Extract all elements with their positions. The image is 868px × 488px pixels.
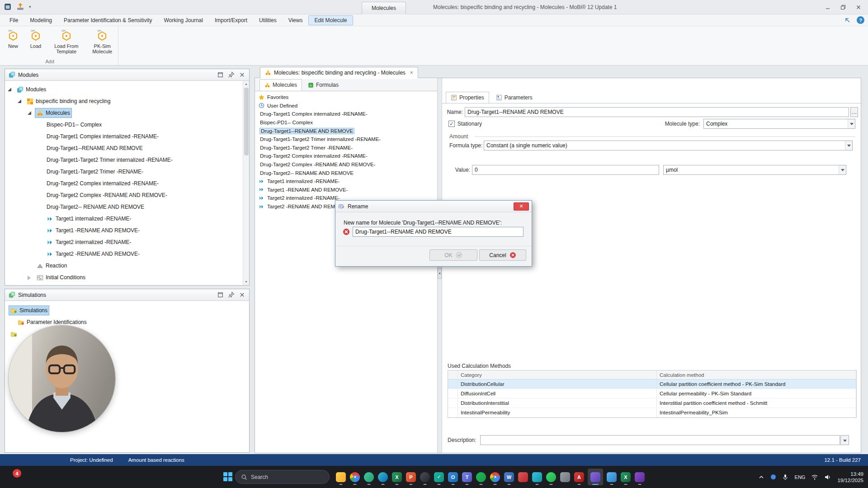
pin-icon[interactable] (228, 291, 235, 298)
taskbar-app-teams[interactable]: T (462, 469, 472, 485)
taskbar-app-screen-recorder[interactable] (588, 469, 603, 485)
description-expand-button[interactable] (840, 435, 849, 445)
ribbon-button-load-from-template[interactable]: OHLoad From Template (48, 28, 85, 55)
app-window-icon[interactable] (4, 3, 12, 11)
molecule-list-item-drug-target1-target2-trimer-internalized-rename[interactable]: Drug-Target1-Target2 Trimer internalized… (255, 135, 437, 144)
taskbar-app-excel[interactable]: X (392, 469, 402, 485)
tree-item-bispecific-binding-and-recycling[interactable]: bispecific binding and recycling (5, 95, 243, 107)
collapse-splitter-button[interactable] (438, 268, 442, 279)
ribbon-button-load[interactable]: OHLoad (25, 28, 46, 50)
molecule-list-item-user-defined[interactable]: User Defined (255, 102, 437, 110)
tab-molecules[interactable]: Molecules (259, 79, 302, 91)
tree-item-initial-conditions[interactable]: Initial Conditions (5, 272, 243, 283)
language-indicator[interactable]: ENG (795, 474, 806, 480)
tray-status-icon[interactable] (771, 474, 776, 479)
tree-item-modules[interactable]: Modules (5, 84, 243, 95)
menu-modeling[interactable]: Modeling (24, 15, 58, 25)
taskbar-app-chrome[interactable] (349, 469, 360, 485)
scroll-up-icon[interactable]: ▲ (243, 81, 250, 87)
molecule-type-select[interactable]: Complex (703, 119, 855, 129)
tree-item-drug-target2-complex-rename-and-remove[interactable]: Drug-Target2 Complex -RENAME AND REMOVE- (5, 189, 243, 201)
menu-working-journal[interactable]: Working Journal (158, 15, 208, 25)
ucm-row-distributioninterstitial[interactable]: DistributionInterstitialInterstitial par… (448, 399, 856, 408)
taskbar-app-purple-app[interactable] (634, 469, 645, 485)
tree-item-bispec-pd1-complex[interactable]: Bispec-PD1-- Complex (5, 119, 243, 131)
ucm-row-intestinalpermeability[interactable]: IntestinalPermeabilityIntestinalPermeabi… (448, 408, 856, 418)
tray-chevron-up-icon[interactable] (758, 474, 765, 481)
taskbar-app-file-explorer[interactable] (335, 469, 346, 485)
close-panel-icon[interactable] (239, 291, 245, 298)
close-panel-icon[interactable] (239, 71, 245, 78)
unit-select[interactable]: µmol (663, 165, 846, 175)
rename-input[interactable] (353, 227, 524, 237)
menu-views[interactable]: Views (283, 15, 309, 25)
taskbar-app-gray-app[interactable] (560, 469, 571, 485)
menu-file[interactable]: File (4, 15, 24, 25)
chevron-down-icon[interactable] (845, 141, 852, 150)
tree-item-drug-target1-target2-trimer-internalized-rename[interactable]: Drug-Target1-Target2 Trimer internalized… (5, 154, 243, 166)
help-icon[interactable]: ? (857, 16, 864, 24)
taskbar-app-todo-check[interactable]: ✓ (434, 469, 444, 485)
close-button[interactable] (851, 0, 866, 14)
ok-button[interactable]: OK (429, 249, 477, 261)
taskbar-app-outlook[interactable]: O (448, 469, 458, 485)
tree-item-reaction[interactable]: Reaction (5, 260, 243, 272)
molecule-list-item-drug-target2-complex-internalized-rename[interactable]: Drug-Target2 Complex internalized -RENAM… (255, 152, 437, 160)
taskbar-app-green-app[interactable] (363, 469, 374, 485)
name-field[interactable]: Drug-Target1--RENAME AND REMOVE (465, 107, 849, 117)
molecule-list-item-bispec-pd1-complex[interactable]: Bispec-PD1-- Complex (255, 118, 437, 127)
tree-item-target2-rename-and-remove[interactable]: Target2 -RENAME AND REMOVE- (5, 248, 243, 260)
molecule-list-item-drug-target2-rename-and-remove[interactable]: Drug-Target2-- RENAME AND REMOVE (255, 169, 437, 177)
ucm-category-header[interactable]: Category (458, 371, 657, 379)
popout-arrow-icon[interactable] (844, 17, 851, 24)
collapse-expander-icon[interactable] (18, 99, 21, 103)
taskbar-app-excel-2[interactable]: X (620, 469, 631, 485)
ucm-method-header[interactable]: Calculation method (657, 371, 856, 379)
tree-item-drug-target2-complex-internalized-rename[interactable]: Drug-Target2 Complex internalized -RENAM… (5, 178, 243, 189)
tree-item-drug-target1-complex-internalized-rename[interactable]: Drug-Target1 Complex internalized -RENAM… (5, 131, 243, 142)
minimize-button[interactable] (820, 0, 835, 14)
collapse-expander-icon[interactable] (28, 111, 31, 115)
wifi-icon[interactable] (811, 474, 818, 481)
taskbar-app-word[interactable]: W (504, 469, 514, 485)
formula-type-select[interactable]: Constant (a single numeric value) (484, 141, 853, 150)
stationary-checkbox[interactable]: ✓ (448, 121, 455, 127)
ribbon-button-pk-sim-molecule[interactable]: OHPK-Sim Molecule (86, 28, 118, 55)
tree-item-drug-target2-rename-and-remove[interactable]: Drug-Target2-- RENAME AND REMOVE (5, 201, 243, 213)
taskbar-app-photos[interactable] (606, 469, 617, 485)
taskbar-app-cyan-app[interactable] (532, 469, 542, 485)
rename-dialog-titlebar[interactable]: Rename ✕ (335, 201, 532, 212)
maximize-panel-icon[interactable] (217, 291, 224, 298)
ucm-row-diffusionintcell[interactable]: DiffusionIntCellCellular permeability - … (448, 389, 856, 399)
taskbar-app-whatsapp[interactable] (546, 469, 557, 485)
microphone-icon[interactable] (782, 474, 789, 481)
menu-edit-molecule[interactable]: Edit Molecule (308, 15, 353, 25)
ucm-row-distributioncellular[interactable]: DistributionCellularCellular partition c… (448, 380, 856, 389)
molecule-list-item-drug-target1-target2-trimer-rename[interactable]: Drug-Target1-Target2 Trimer -RENAME- (255, 144, 437, 152)
taskbar-app-obs-studio[interactable] (420, 469, 430, 485)
tab-properties[interactable]: Properties (446, 92, 489, 103)
taskbar-app-browser-profile[interactable] (490, 469, 500, 485)
maximize-button[interactable] (835, 0, 851, 14)
tab-parameters[interactable]: Parameters (491, 92, 538, 103)
simulations-item-parameter-identifications[interactable]: Parameter Identifications (5, 316, 249, 328)
tree-item-drug-target1-target2-trimer-rename[interactable]: Drug-Target1-Target2 Trimer -RENAME- (5, 166, 243, 178)
chevron-down-icon[interactable] (848, 119, 855, 128)
scroll-down-icon[interactable]: ▼ (243, 279, 250, 285)
taskbar-clock[interactable]: 13:49 19/12/2025 (837, 471, 863, 483)
taskbar-app-acrobat[interactable]: A (574, 469, 585, 485)
description-field[interactable] (480, 435, 840, 445)
molecule-list-item-drug-target1-rename-and-remove[interactable]: Drug-Target1--RENAME AND REMOVE (255, 127, 437, 135)
molecule-list-item-drug-target1-complex-internalized-rename[interactable]: Drug-Target1 Complex internalized -RENAM… (255, 110, 437, 118)
tree-item-molecules[interactable]: Molecules (5, 107, 243, 119)
taskbar-app-spotify[interactable] (476, 469, 486, 485)
document-tab[interactable]: Molecules: bispecific binding and recycl… (260, 67, 418, 78)
close-tab-icon[interactable]: × (410, 70, 413, 75)
save-export-icon[interactable] (16, 3, 24, 11)
maximize-panel-icon[interactable] (217, 71, 224, 78)
molecule-list-item-target1-internalized-rename[interactable]: Target1 internalized -RENAME- (255, 177, 437, 186)
volume-icon[interactable] (824, 474, 831, 481)
taskbar-app-powerpoint[interactable]: P (406, 469, 416, 485)
taskbar-app-red-app[interactable] (518, 469, 528, 485)
mdi-tab-molecules[interactable]: Molecules (362, 2, 406, 14)
